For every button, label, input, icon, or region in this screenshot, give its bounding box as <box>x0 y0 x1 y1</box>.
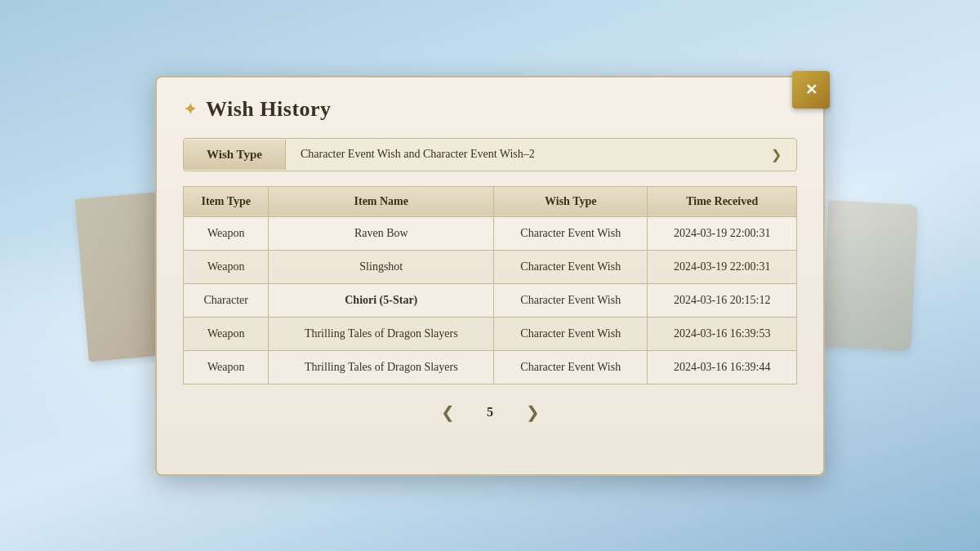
col-header-time-received: Time Received <box>648 186 797 216</box>
cell-item-name: Thrilling Tales of Dragon Slayers <box>269 350 494 384</box>
cell-time-received: 2024-03-16 16:39:53 <box>648 317 797 350</box>
table-header-row: Item Type Item Name Wish Type Time Recei… <box>184 186 797 216</box>
cell-time-received: 2024-03-19 22:00:31 <box>648 250 797 283</box>
cell-time-received: 2024-03-16 16:39:44 <box>648 350 797 384</box>
col-header-item-name: Item Name <box>269 186 494 216</box>
cell-time-received: 2024-03-16 20:15:12 <box>648 283 797 317</box>
cell-item-name: Chiori (5-Star) <box>269 283 494 317</box>
cell-wish-type: Character Event Wish <box>494 216 648 250</box>
next-page-button[interactable]: ❯ <box>519 399 546 425</box>
table-row: CharacterChiori (5-Star)Character Event … <box>184 283 797 317</box>
col-header-item-type: Item Type <box>184 186 269 216</box>
cell-item-name: Slingshot <box>269 250 494 283</box>
panel-title-row: ✦ Wish History <box>183 97 797 122</box>
cell-item-name: Thrilling Tales of Dragon Slayers <box>269 317 494 350</box>
table-row: WeaponThrilling Tales of Dragon SlayersC… <box>184 317 797 350</box>
title-star-icon: ✦ <box>183 99 198 120</box>
cell-wish-type: Character Event Wish <box>494 317 648 350</box>
prev-page-button[interactable]: ❮ <box>434 399 461 425</box>
cell-item-type: Weapon <box>184 216 269 250</box>
wish-type-value[interactable]: Character Event Wish and Character Event… <box>286 139 796 171</box>
cell-wish-type: Character Event Wish <box>494 350 648 384</box>
wish-type-label: Wish Type <box>184 140 286 170</box>
decorative-book-right <box>821 200 918 352</box>
chevron-down-icon: ❯ <box>771 147 782 162</box>
cell-time-received: 2024-03-19 22:00:31 <box>648 216 797 250</box>
current-page: 5 <box>480 405 500 420</box>
cell-item-name: Raven Bow <box>269 216 494 250</box>
table-row: WeaponSlingshotCharacter Event Wish2024-… <box>184 250 797 283</box>
cell-item-type: Weapon <box>184 250 269 283</box>
cell-item-type: Weapon <box>184 350 269 384</box>
col-header-wish-type: Wish Type <box>494 186 648 216</box>
close-button[interactable] <box>792 71 830 109</box>
wish-type-selected: Character Event Wish and Character Event… <box>301 148 535 161</box>
table-row: WeaponRaven BowCharacter Event Wish2024-… <box>184 216 797 250</box>
pagination: ❮ 5 ❯ <box>183 399 797 425</box>
table-row: WeaponThrilling Tales of Dragon SlayersC… <box>184 350 797 384</box>
wish-history-table: Item Type Item Name Wish Type Time Recei… <box>183 186 797 384</box>
cell-wish-type: Character Event Wish <box>494 250 648 283</box>
cell-wish-type: Character Event Wish <box>494 283 648 317</box>
wish-type-selector[interactable]: Wish Type Character Event Wish and Chara… <box>183 138 797 171</box>
cell-item-type: Character <box>184 283 269 317</box>
wish-history-panel: ✦ Wish History Wish Type Character Event… <box>155 76 825 476</box>
page-title: Wish History <box>206 97 332 122</box>
cell-item-type: Weapon <box>184 317 269 350</box>
